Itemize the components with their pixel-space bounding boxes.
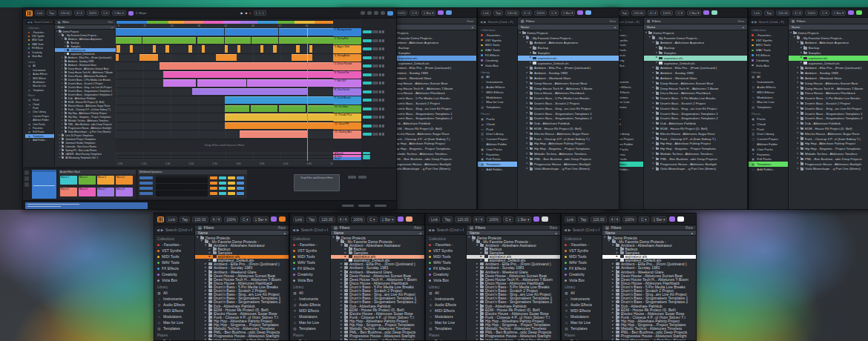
arrangement-clip[interactable]	[188, 45, 191, 53]
tempo-field[interactable]: 120.00	[505, 10, 519, 16]
arrangement-clip[interactable]	[308, 105, 333, 113]
tree-item-folder[interactable]: ▸Samples	[789, 50, 868, 56]
sidebar-item-user-library[interactable]: ▥User Library	[749, 132, 788, 137]
history-back-icon[interactable]: ◀	[564, 228, 567, 232]
sidebar-item-max-for-live[interactable]: ◇Max for Live	[290, 320, 330, 325]
track-header[interactable]: 2. SunnyFlat	[333, 37, 361, 45]
tree-item-folder[interactable]: ▸Hip Hop - Ableshare Pahtrip Project	[789, 142, 868, 147]
arrangement-clip[interactable]	[163, 79, 196, 87]
tree-item-folder[interactable]: ▸Ambient - Weekend Glare	[644, 76, 747, 81]
arrangement-clip[interactable]	[202, 45, 205, 53]
device-tab[interactable]	[24, 182, 29, 187]
tree-item-folder[interactable]: ▸Samples	[644, 50, 747, 56]
sidebar-item-viola-box[interactable]: Viola Box	[749, 63, 788, 68]
filters-button[interactable]: Filters	[204, 225, 214, 230]
quantize-selector[interactable]: 1 Bar ▾	[380, 216, 396, 222]
chevron-right-icon[interactable]: ▸	[209, 255, 213, 259]
tree-item-file[interactable]: ▸aspirateur_Default.als	[789, 61, 868, 66]
track-header[interactable]: 7. Hot 303	[333, 79, 361, 87]
name-column-header[interactable]: Name▴	[331, 231, 424, 236]
stop-button[interactable]: ■	[246, 11, 247, 15]
arrangement-clip[interactable]	[308, 113, 333, 121]
sidebar-item-full-packs[interactable]: ▣Full Packs	[749, 157, 788, 162]
return-header[interactable]: Master	[333, 157, 361, 159]
sidebar-item-current-project[interactable]: ▢Current Project	[478, 136, 517, 142]
piano-roll-icon[interactable]	[398, 216, 404, 222]
time-signature-field[interactable]: 4 / 4	[792, 10, 803, 16]
mixer-chip[interactable]	[382, 107, 384, 110]
tree-item-folder[interactable]: ▸Hip Hop - Ableshare Pahtrip Project	[644, 142, 747, 147]
sidebar-item-fx-effects[interactable]: FX Effects	[426, 265, 466, 271]
mixer-chip[interactable]	[363, 56, 372, 59]
track-header[interactable]: 5. Disco Parade	[333, 62, 361, 70]
sidebar-item-creativity[interactable]: Creativity	[562, 271, 602, 277]
tree-item-folder[interactable]: ▸Funk - Closeup 4 P...ul (from Sidney T.…	[518, 136, 619, 142]
mixer-chip[interactable]	[382, 73, 384, 76]
key-root-selector[interactable]: C ▾	[503, 216, 513, 222]
arrangement-clip[interactable]	[139, 54, 158, 62]
sidebar-item-add-folder-[interactable]: +Add Folder...	[749, 167, 788, 172]
chevron-right-icon[interactable]: ▸	[617, 255, 620, 259]
link-button[interactable]: Link	[35, 10, 45, 16]
history-back-icon[interactable]: ◀	[157, 228, 160, 232]
tree-item-folder[interactable]: ▸Electro House - Abletunes Sugar Rose	[789, 131, 868, 136]
sidebar-item-vst-synths[interactable]: VST Synths	[478, 38, 517, 43]
arrangement-clip[interactable]	[308, 62, 333, 70]
tempo-field[interactable]: 120.00	[776, 10, 790, 16]
filters-button[interactable]: Filters	[652, 19, 661, 23]
history-forward-icon[interactable]: ▶	[433, 228, 435, 232]
mixer-chip[interactable]	[379, 82, 381, 85]
chevron-right-icon[interactable]: ▸	[345, 259, 349, 262]
mixer-chip[interactable]	[379, 56, 381, 59]
mixer-chip[interactable]	[372, 99, 378, 102]
history-back-icon[interactable]: ◀	[428, 228, 431, 232]
mixer-chip[interactable]	[363, 133, 372, 136]
sidebar-item-cloud[interactable]: ☁Cloud	[749, 122, 788, 127]
zoom-level[interactable]: 100%	[805, 10, 818, 16]
tree-item-file[interactable]: ▸aspirateur_Default.als	[644, 61, 747, 66]
arrangement-clip[interactable]	[225, 105, 250, 113]
tree-item-folder[interactable]: ▸PML - Ben Bushme...odic Deep Projects	[644, 156, 747, 162]
link-button[interactable]: Link	[429, 216, 440, 222]
tree-item-folder[interactable]: ▸Dub - Ableshare Pahblub	[518, 121, 619, 126]
sidebar-item-audio-effects[interactable]: ◎Audio Effects	[562, 302, 602, 308]
name-column-header[interactable]: Name▴	[195, 231, 289, 236]
sidebar-item-viola-box[interactable]: Viola Box	[154, 277, 194, 283]
link-button[interactable]: Link	[293, 216, 304, 222]
link-button[interactable]: Link	[752, 10, 762, 16]
key-root-selector[interactable]: C ▾	[820, 10, 829, 16]
chevron-right-icon[interactable]: ▸	[481, 255, 484, 259]
sidebar-item-viola-box[interactable]: Viola Box	[290, 277, 330, 283]
tree-item-folder[interactable]: ▸Ambient - Weekend Glare	[518, 76, 619, 81]
sidebar-item-push[interactable]: ▭Push	[478, 127, 517, 132]
tempo-field[interactable]: 120.00	[631, 10, 645, 16]
sidebar-item-all[interactable]: ▦All	[749, 75, 788, 80]
track-header[interactable]: 3. Aggro Slab	[333, 45, 361, 53]
sidebar-item-max-for-live[interactable]: ◇Max for Live	[749, 100, 788, 105]
sidebar-item-midi-effects[interactable]: ≡MIDI Effects	[154, 308, 194, 314]
key-root-selector[interactable]: C ▾	[549, 10, 558, 16]
tree-item-folder[interactable]: ▸Hip Hop - Singoma... Project Templates	[644, 146, 747, 151]
tree-item-folder[interactable]: ▸Hip Hop - Singoma... Project Templates	[518, 146, 619, 151]
tree-item-folder[interactable]: ▸Drum'n Bass - 5 Pin Media Live Breaks	[518, 96, 619, 101]
arrangement-clip[interactable]	[308, 122, 333, 130]
chevron-down-icon[interactable]: ▾	[608, 239, 612, 243]
mixer-chip[interactable]	[382, 133, 384, 136]
sidebar-item-packs[interactable]: ▣Packs	[426, 338, 466, 341]
raw-toggle[interactable]: Raw	[108, 21, 113, 24]
sidebar-item--favorites-[interactable]: - Favorites -	[154, 242, 194, 248]
tap-button[interactable]: Tap	[493, 10, 503, 16]
device-value-chip[interactable]	[219, 192, 226, 195]
sidebar-item-all[interactable]: ▦All	[426, 290, 466, 296]
sidebar-item-max-for-live[interactable]: ◇Max for Live	[426, 320, 466, 325]
tree-item-folder[interactable]: ▸Funk - Closeup 4 P...ul (from Sidney T.…	[644, 136, 747, 142]
zoom-level[interactable]: 100%	[622, 216, 637, 222]
mixer-chip[interactable]	[363, 125, 372, 128]
quantize-selector[interactable]: 1 Bar ▾	[832, 10, 846, 16]
browser-toggle-icon[interactable]	[279, 216, 286, 222]
sidebar-item-max-for-live[interactable]: ◇Max for Live	[562, 320, 602, 325]
tree-item-folder[interactable]: ▸Deep House Tech H... Abletunes T-Boom	[518, 86, 619, 91]
raw-toggle[interactable]: Raw	[737, 19, 744, 23]
tree-item-folder[interactable]: ▸Ambient - Weekend Glare	[789, 76, 868, 81]
chevron-right-icon[interactable]: ▸	[481, 248, 484, 251]
